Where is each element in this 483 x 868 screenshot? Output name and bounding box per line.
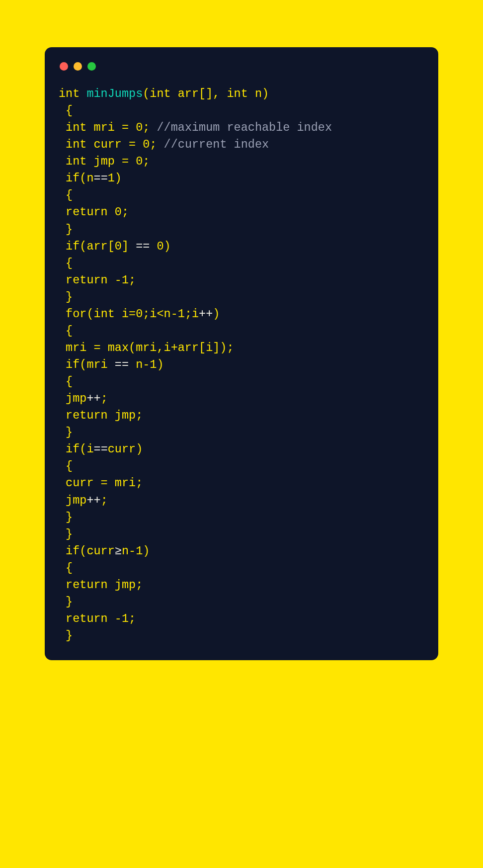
code-token: curr = mri; (59, 476, 143, 490)
code-token: int (59, 155, 86, 168)
code-token: i= (115, 307, 136, 321)
code-token: (mri (80, 358, 115, 371)
code-token: ; (143, 155, 150, 168)
code-token: (n (80, 172, 93, 185)
code-token: { (59, 375, 73, 388)
code-token: n- (122, 544, 136, 558)
code-token: ; (101, 392, 108, 405)
code-token: } (59, 290, 73, 304)
window-controls (60, 62, 424, 71)
code-token: if (59, 544, 80, 558)
code-token: int (59, 121, 86, 134)
code-token: == (136, 240, 150, 253)
code-token: } (59, 426, 73, 439)
code-token: return (59, 205, 115, 219)
code-token: 0 (143, 138, 150, 151)
code-token: ; (129, 273, 136, 287)
code-token: ;i<n- (143, 307, 178, 321)
code-token: 1 (178, 307, 185, 321)
minimize-icon[interactable] (74, 62, 82, 71)
code-token: == (115, 358, 129, 371)
code-token: ++ (86, 494, 100, 507)
code-token: ) (143, 544, 150, 558)
code-token: == (94, 172, 108, 185)
code-token: ; (101, 494, 108, 507)
code-token: { (59, 324, 73, 338)
code-token: 0 (136, 155, 143, 168)
code-token: return (59, 273, 115, 287)
code-token: mri = max(mri,i+arr[i]); (59, 341, 234, 354)
code-token: ( (86, 307, 93, 321)
code-token (150, 240, 157, 253)
code-token: { (59, 257, 73, 270)
code-token: for (59, 307, 86, 321)
code-token: } (59, 629, 73, 642)
code-token: return (59, 409, 108, 422)
code-token: n- (129, 358, 150, 371)
code-token: 0 (157, 240, 163, 253)
code-token: if (59, 358, 80, 371)
code-token: //maximum reachable index (157, 121, 332, 134)
code-token: jmp = (86, 155, 136, 168)
code-token: -1 (115, 273, 129, 287)
code-token: } (59, 223, 73, 236)
code-token: { (59, 188, 73, 202)
code-token: (curr (80, 544, 115, 558)
code-token: if (59, 240, 80, 253)
code-token: mri = (86, 121, 136, 134)
code-token: ) (157, 358, 163, 371)
code-token: } (59, 527, 73, 541)
code-token: ) (213, 307, 220, 321)
code-token: if (59, 172, 80, 185)
code-token: int (59, 87, 80, 100)
code-token: ≥ (115, 544, 122, 558)
code-token: ) (115, 172, 122, 185)
code-token: 0 (136, 121, 143, 134)
code-token: ; (122, 205, 129, 219)
code-token: if (59, 442, 80, 456)
code-token: } (59, 511, 73, 524)
close-icon[interactable] (60, 62, 68, 71)
code-token: 0 (136, 307, 143, 321)
code-token: { (59, 104, 73, 117)
code-token: ( (143, 87, 150, 100)
code-token: ] (122, 240, 136, 253)
code-token: ) (164, 240, 171, 253)
zoom-icon[interactable] (87, 62, 96, 71)
code-token: jmp (59, 392, 86, 405)
code-token: jmp; (108, 409, 143, 422)
code-token: { (59, 459, 73, 473)
code-token: return (59, 578, 108, 592)
code-token: ; (150, 138, 163, 151)
code-token: jmp; (108, 578, 143, 592)
code-token: 1 (136, 544, 143, 558)
code-token: -1 (115, 612, 129, 625)
code-token: int (150, 87, 170, 100)
code-token: 1 (150, 358, 157, 371)
code-block: int minJumps(int arr[], int n) { int mri… (59, 86, 424, 644)
code-token: ; (129, 612, 136, 625)
code-token: ++ (86, 392, 100, 405)
code-token: curr = (86, 138, 143, 151)
code-token: ++ (199, 307, 213, 321)
code-token: int (227, 87, 247, 100)
code-token: ; (143, 121, 157, 134)
code-window: int minJumps(int arr[], int n) { int mri… (45, 47, 438, 660)
code-token: //current index (164, 138, 269, 151)
code-token: jmp (59, 494, 86, 507)
code-token: int (59, 138, 86, 151)
code-token: int (94, 307, 115, 321)
code-token: return (59, 612, 115, 625)
code-token: curr) (108, 442, 143, 456)
code-token: { (59, 561, 73, 575)
code-token: == (94, 442, 108, 456)
code-token: 1 (108, 172, 115, 185)
code-token: } (59, 595, 73, 608)
code-token: (arr[ (80, 240, 115, 253)
code-token: 0 (115, 240, 122, 253)
code-token: minJumps (80, 87, 143, 100)
code-token: (i (80, 442, 93, 456)
code-token: 0 (115, 205, 122, 219)
code-token: arr[], (171, 87, 227, 100)
code-token: n) (248, 87, 269, 100)
